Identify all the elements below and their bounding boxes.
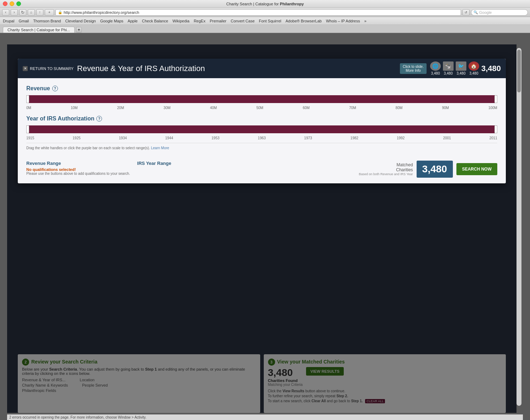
irs-slider-track[interactable] [26,125,497,133]
bookmark-cleveland[interactable]: Cleveland Design [65,19,96,23]
url-text: http://www.philanthropicdirectory.org/se… [64,10,139,15]
revenue-title: Revenue ? [26,85,497,92]
no-qualifications-text: No qualifications selected! [26,167,130,172]
revenue-range-section: Revenue Range No qualifications selected… [26,161,130,176]
search-placeholder: Google [479,10,492,15]
slide-info-line1: Click to slide. [403,65,424,69]
bookmark-thomson[interactable]: Thomson Brand [33,19,61,23]
page-background: nort homeless handicapped munity ca arts… [7,44,516,413]
bookmark-wikipedia[interactable]: Wikipedia [172,19,189,23]
slide-info-box[interactable]: Click to slide. More Info [400,63,427,74]
modal-header: ✕ RETURN TO SUMMARY Revenue & Year of IR… [18,59,506,78]
new-tab-button[interactable]: + [76,27,82,33]
drag-hint: Drag the white handles or click the purp… [26,143,497,150]
footer-right: Matched Charities Based on both Revenue … [359,161,497,178]
matched-charities-info: Matched Charities Based on both Revenue … [359,162,413,176]
bookmark-drupal[interactable]: Drupal [3,19,14,23]
icon-stats: 🌐 3,480 🐄 3,480 🐦 3,480 🏠 [430,61,501,75]
revenue-label-8: 80M [396,106,402,110]
bookmark-premailer[interactable]: Premailer [210,19,226,23]
active-tab[interactable]: Charity Search | Catalogue for Phi... [3,27,75,33]
irs-label-6: 1973 [304,136,312,140]
maximize-button[interactable] [16,1,21,6]
bookmarks-bar: Drupal Gmail Thomson Brand Cleveland Des… [0,17,530,25]
scrollbar[interactable] [516,48,521,406]
bookmark-checkbalance[interactable]: Check Balance [142,19,168,23]
close-icon: ✕ [23,66,28,71]
matched-note: Based on both Revenue and IRS Year [359,172,413,176]
reload-button[interactable]: ↻ [19,9,26,16]
icon-stat-3: 🐦 3,480 [456,61,466,75]
back-button[interactable]: ‹ [2,9,9,16]
icon-stat-1: 🌐 3,480 [430,61,441,75]
revenue-title-text: Revenue [26,85,50,92]
scrollbar-thumb[interactable] [517,50,521,92]
window-controls [3,1,21,6]
irs-handle-left[interactable] [26,125,29,133]
matched-label-line2: Charities [359,167,413,172]
icon-stat-4: 🏠 3,480 [469,61,479,75]
drag-hint-text: Drag the white handles or click the purp… [26,146,150,150]
revenue-label-0: 0M [26,106,31,110]
irs-range-section: IRS Year Range [137,161,171,167]
return-to-summary-button[interactable]: ✕ RETURN TO SUMMARY [23,66,74,71]
add-tab-nav-button[interactable]: + [45,9,54,16]
bookmark-apple[interactable]: Apple [128,19,138,23]
stat-num-3: 3,480 [456,71,465,75]
irs-label-0: 1915 [26,136,34,140]
irs-slider-container[interactable] [26,125,497,133]
search-bar[interactable]: 🔍 Google [471,9,528,16]
tab-bar: Charity Search | Catalogue for Phi... + [0,25,530,33]
modal-footer: Revenue Range No qualifications selected… [18,157,506,183]
revenue-handle-right[interactable] [494,95,497,103]
share-button[interactable]: ↑ [36,9,43,16]
bookmark-regex[interactable]: RegEx [194,19,205,23]
bookmark-whois[interactable]: Whois – IP Address [326,19,360,23]
search-now-button[interactable]: SEARCH NOW [456,163,497,175]
bookmark-googlemaps[interactable]: Google Maps [100,19,123,23]
help-text: Please use the buttons above to add qual… [26,172,130,176]
refresh-button[interactable]: ↺ [462,9,470,16]
title-bar: Charity Search | Catalogue for Philanthr… [0,0,530,8]
modal: ✕ RETURN TO SUMMARY Revenue & Year of IR… [18,59,506,183]
irs-label-8: 1992 [397,136,405,140]
revenue-help-icon[interactable]: ? [52,86,58,91]
close-label: RETURN TO SUMMARY [30,66,74,71]
address-bar[interactable]: 🔒 http://www.philanthropicdirectory.org/… [55,9,461,16]
tab-label: Charity Search | Catalogue for Phi... [7,28,70,32]
learn-more-link[interactable]: Learn More [151,146,169,150]
bookmark-gmail[interactable]: Gmail [18,19,29,23]
irs-help-icon[interactable]: ? [96,116,102,122]
revenue-label-10: 100M [488,106,497,110]
irs-label-10: 2011 [489,136,497,140]
irs-label-9: 2001 [443,136,451,140]
bookmark-fontsquirrel[interactable]: Font Squirrel [259,19,281,23]
slide-info-line2: More Info [403,69,424,72]
irs-handle-right[interactable] [494,125,497,133]
bookmark-adobebrowserlab[interactable]: Adobe® BrowserLab [285,19,322,23]
stat-num-4: 3,480 [469,71,478,75]
irs-label-3: 1944 [165,136,173,140]
nav-bar: ‹ › ↻ ⌂ ↑ + 🔒 http://www.philanthropicdi… [0,8,530,17]
stat-num-1: 3,480 [431,71,440,75]
close-button[interactable] [3,1,7,6]
home-button[interactable]: ⌂ [28,9,35,16]
revenue-label-1: 10M [71,106,77,110]
minimize-button[interactable] [10,1,14,6]
irs-label-5: 1963 [258,136,266,140]
irs-section: Year of IRS Authorization ? 1915 1925 [26,115,497,140]
revenue-handle-left[interactable] [26,95,29,103]
revenue-label-2: 20M [117,106,124,110]
forward-button[interactable]: › [11,9,18,16]
bookmark-convertcase[interactable]: Convert Case [231,19,255,23]
irs-label-2: 1934 [119,136,127,140]
irs-label-4: 1953 [212,136,219,140]
bookmark-more[interactable]: » [364,19,366,23]
revenue-slider-track[interactable] [26,95,497,103]
icon-img-4: 🏠 [469,61,479,71]
stat-num-2: 3,480 [444,71,453,75]
revenue-slider-container[interactable] [26,95,497,103]
irs-title: Year of IRS Authorization ? [26,115,497,122]
matched-count-box: 3,480 [417,161,453,178]
irs-range-label: IRS Year Range [137,161,171,166]
